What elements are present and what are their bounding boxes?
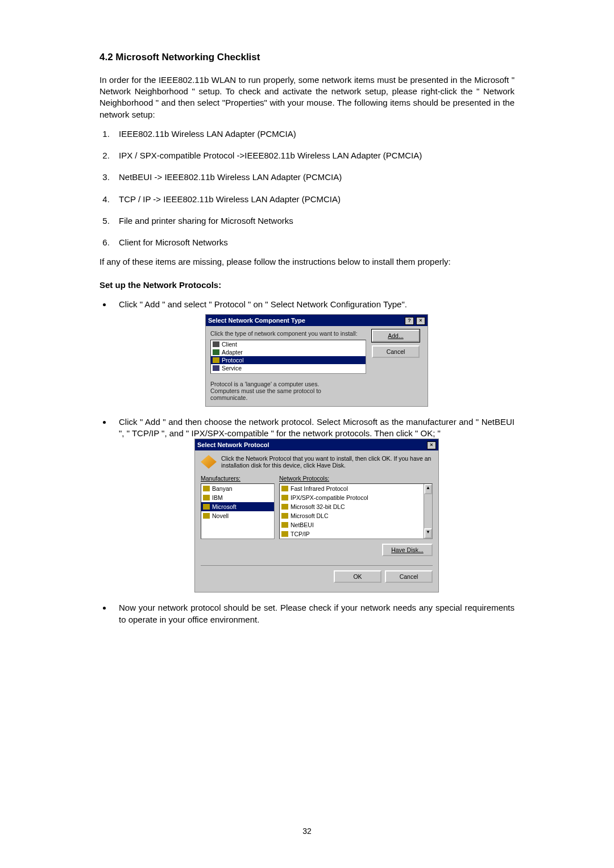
scroll-down-icon[interactable]: ▼ (424, 528, 432, 539)
ok-button[interactable]: OK (334, 570, 381, 583)
checklist-item: Client for Microsoft Networks (112, 237, 515, 248)
protocol-file-icon (281, 495, 288, 500)
protocol-file-icon (281, 522, 288, 528)
component-list[interactable]: Client Adapter Protocol Service (210, 340, 366, 374)
vendor-icon (203, 504, 210, 510)
protocols-list[interactable]: Fast Infrared Protocol IPX/SPX-compatibl… (279, 483, 433, 539)
service-icon (213, 365, 219, 371)
checklist: IEEE802.11b Wireless LAN Adapter (PCMCIA… (99, 128, 515, 249)
dialog1-title: Select Network Component Type (208, 316, 305, 325)
close-icon[interactable]: × (416, 317, 425, 325)
manufacturers-list[interactable]: Banyan IBM Microsoft Novell (201, 483, 275, 539)
missing-paragraph: If any of these items are missing, pleas… (99, 256, 515, 268)
have-disk-button[interactable]: Have Disk... (382, 544, 433, 556)
checklist-item: TCP / IP -> IEEE802.11b Wireless LAN Ada… (112, 194, 515, 205)
cancel-button[interactable]: Cancel (385, 570, 433, 583)
dialog2-title: Select Network Protocol (197, 441, 269, 449)
checklist-item: IPX / SPX-compatible Protocol ->IEEE802.… (112, 150, 515, 161)
bullet-item: Click " Add " and select " Protocol " on… (112, 299, 515, 406)
checklist-item: IEEE802.11b Wireless LAN Adapter (PCMCIA… (112, 128, 515, 140)
close-icon[interactable]: × (427, 441, 436, 449)
dialog2-top-text: Click the Network Protocol that you want… (221, 455, 433, 469)
bullet-item: Now your network protocol should be set.… (112, 602, 515, 625)
dialog-select-network-protocol: Select Network Protocol × Click the Netw… (195, 439, 438, 592)
protocol-file-icon (281, 513, 288, 519)
protocol-file-icon (281, 504, 288, 510)
vendor-icon (203, 495, 210, 500)
checklist-item: NetBEUI -> IEEE802.11b Wireless LAN Adap… (112, 172, 515, 183)
add-button[interactable]: Add... (372, 329, 420, 342)
checklist-item: File and printer sharing for Microsoft N… (112, 215, 515, 227)
client-icon (213, 341, 219, 347)
scroll-up-icon[interactable]: ▲ (424, 484, 432, 494)
manufacturers-label: Manufacturers: (201, 474, 275, 482)
bullet-item: Click " Add " and then choose the networ… (112, 416, 515, 592)
subheading-protocols: Set up the Network Protocols: (99, 279, 515, 291)
cancel-button[interactable]: Cancel (372, 345, 420, 358)
scrollbar[interactable]: ▲ ▼ (424, 484, 432, 539)
protocols-label: Network Protocols: (279, 474, 433, 482)
section-heading: 4.2 Microsoft Networking Checklist (99, 51, 515, 64)
protocol-file-icon (281, 486, 288, 491)
page-number: 32 (0, 826, 614, 837)
protocol-file-icon (281, 531, 288, 537)
vendor-icon (203, 513, 210, 519)
vendor-icon (203, 486, 210, 491)
dialog1-hint: Protocol is a 'language' a computer uses… (210, 381, 341, 401)
info-icon (201, 455, 217, 469)
adapter-icon (213, 349, 219, 355)
dialog1-caption: Click the type of network component you … (210, 329, 366, 337)
intro-paragraph: In order for the IEEE802.11b WLAN to run… (99, 74, 515, 120)
help-icon[interactable]: ? (405, 317, 414, 325)
protocol-icon (213, 357, 219, 363)
dialog-select-component-type: Select Network Component Type ? × Click … (206, 315, 428, 406)
